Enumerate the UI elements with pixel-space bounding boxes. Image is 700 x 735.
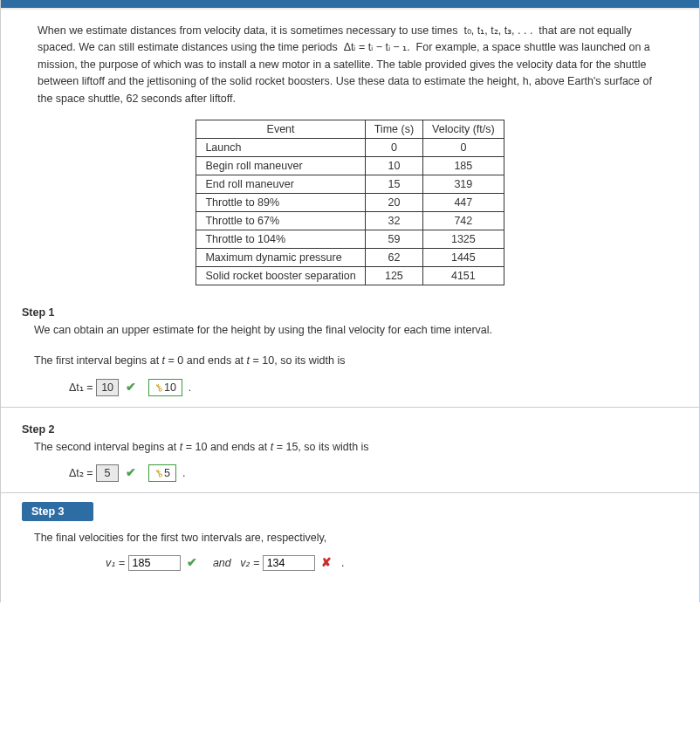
step2-reveal-box[interactable]: ⚷5 xyxy=(148,464,176,482)
divider xyxy=(1,407,699,408)
table-row: End roll maneuver15319 xyxy=(196,175,504,193)
check-icon: ✔ xyxy=(122,380,140,394)
problem-statement: When we estimate distances from velocity… xyxy=(38,23,662,107)
step1-title: Step 1 xyxy=(22,306,699,319)
v2-input[interactable] xyxy=(263,555,315,571)
v1-input[interactable] xyxy=(128,555,181,571)
table-row: Launch00 xyxy=(196,138,504,156)
step1-line2: The first interval begins at t = 0 and e… xyxy=(34,353,673,369)
check-icon: ✔ xyxy=(122,465,140,479)
step1-line1: We can obtain an upper estimate for the … xyxy=(34,322,673,339)
step3-title-bar: Step 3 xyxy=(22,502,93,521)
step2-line: The second interval begins at t = 10 and… xyxy=(34,439,673,456)
step2-title: Step 2 xyxy=(22,423,699,436)
step1-equation: Δt₁ = 10 ✔ ⚷10 . xyxy=(69,379,699,396)
table-row: Throttle to 104%591325 xyxy=(196,230,504,248)
th-velocity: Velocity (ft/s) xyxy=(423,120,504,138)
th-event: Event xyxy=(196,120,365,138)
step1-reveal-box[interactable]: ⚷10 xyxy=(148,379,182,396)
th-time: Time (s) xyxy=(365,120,422,138)
table-row: Throttle to 67%32742 xyxy=(196,211,504,230)
step2-equation: Δt₂ = 5 ✔ ⚷5 . xyxy=(69,464,699,482)
table-row: Maximum dynamic pressure621445 xyxy=(196,248,504,266)
table-row: Begin roll maneuver10185 xyxy=(196,156,504,175)
check-icon: ✔ xyxy=(183,555,201,569)
header-bar xyxy=(1,0,699,9)
table-row: Solid rocket booster separation1254151 xyxy=(196,266,504,285)
step3-equation: v₁ = ✔ and v₂ = ✘ . xyxy=(106,555,699,571)
velocity-table: Event Time (s) Velocity (ft/s) Launch00 … xyxy=(196,120,504,285)
table-row: Throttle to 89%20447 xyxy=(196,193,504,211)
step2-answer-box[interactable]: 5 xyxy=(96,464,119,482)
divider xyxy=(1,492,699,493)
step3-line: The final velocities for the first two i… xyxy=(34,530,673,546)
cross-icon: ✘ xyxy=(318,555,335,569)
step1-answer-box[interactable]: 10 xyxy=(96,379,119,396)
